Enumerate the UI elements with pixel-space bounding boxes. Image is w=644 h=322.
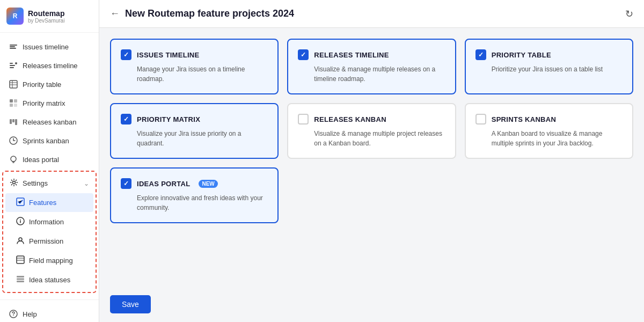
feature-checkbox-releases-timeline[interactable] (298, 49, 309, 60)
refresh-button[interactable]: ↻ (625, 8, 633, 20)
feature-checkbox-priority-table[interactable] (475, 49, 486, 60)
settings-header[interactable]: Settings ⌄ (3, 174, 96, 193)
svg-point-25 (19, 238, 22, 241)
svg-rect-3 (10, 63, 13, 64)
priority-table-icon (9, 79, 18, 89)
settings-header-left: Settings (10, 178, 48, 188)
sidebar-nav: Issues timeline Releases timeline Priori… (0, 33, 99, 299)
feature-card-header: SPRINTS KANBAN (475, 114, 623, 125)
feature-desc: Manage your Jira issues on a timeline ro… (121, 64, 268, 84)
feature-card-header: RELEASES TIMELINE (298, 49, 445, 60)
permission-icon (16, 236, 25, 246)
sidebar-sub-item-label: Idea statuses (29, 276, 70, 284)
save-button[interactable]: Save (110, 295, 151, 313)
sidebar-sub-item-label: Permission (29, 237, 63, 245)
field-mapping-icon (16, 255, 25, 266)
svg-rect-30 (17, 279, 24, 280)
save-section: Save (99, 287, 644, 322)
feature-card-header: ISSUES TIMELINE (121, 49, 268, 60)
sidebar-item-label: Priority table (23, 80, 61, 89)
svg-rect-26 (17, 256, 24, 264)
feature-checkbox-sprints-kanban[interactable] (475, 114, 486, 125)
page-title: New Routemap feature projects 2024 (125, 8, 294, 19)
feature-card-releases-timeline[interactable]: RELEASES TIMELINE Visualize & manage mul… (287, 39, 456, 94)
svg-rect-7 (10, 80, 17, 88)
sidebar-item-information[interactable]: Information (5, 213, 93, 231)
logo-icon: R (6, 8, 24, 25)
feature-card-releases-kanban[interactable]: RELEASES KANBAN Visualize & manage multi… (287, 103, 456, 159)
features-icon (16, 197, 25, 208)
sidebar-item-help[interactable]: Help (2, 305, 97, 322)
sidebar-item-label: Sprints kanban (23, 137, 69, 145)
sprints-icon (9, 136, 18, 145)
feature-title: PRIORITY TABLE (492, 51, 551, 59)
feature-title: RELEASES KANBAN (314, 115, 386, 123)
feature-title: IDEAS PORTAL (137, 180, 190, 188)
svg-rect-12 (14, 99, 17, 103)
svg-rect-0 (10, 45, 17, 46)
sidebar: R Routemap by DevSamurai Issues timeline… (0, 0, 99, 322)
svg-rect-14 (14, 104, 17, 107)
sidebar-item-priority-matrix[interactable]: Priority matrix (2, 94, 97, 112)
svg-rect-2 (10, 48, 16, 49)
new-badge: NEW (199, 180, 217, 188)
sidebar-item-label: Priority matrix (23, 99, 65, 107)
svg-rect-13 (10, 104, 13, 107)
sidebar-item-field-mapping[interactable]: Field mapping (5, 251, 93, 270)
feature-desc: Visualize your Jira issue priority on a … (121, 129, 268, 148)
priority-matrix-icon (9, 98, 18, 108)
sidebar-item-features[interactable]: Features (5, 193, 93, 212)
main-content: ← New Routemap feature projects 2024 ↻ I… (99, 0, 644, 322)
sidebar-item-sprints-kanban[interactable]: Sprints kanban (2, 131, 97, 150)
sidebar-item-releases-kanban[interactable]: Releases kanban (2, 113, 97, 131)
back-button[interactable]: ← (110, 8, 120, 19)
sidebar-bottom: Help (0, 299, 99, 322)
sidebar-item-label: Ideas portal (23, 156, 59, 164)
settings-group: Settings ⌄ Features Information (2, 171, 97, 293)
kanban-icon (9, 117, 18, 127)
svg-rect-17 (15, 119, 17, 125)
feature-card-priority-matrix[interactable]: PRIORITY MATRIX Visualize your Jira issu… (110, 103, 279, 159)
sidebar-item-idea-statuses[interactable]: Idea statuses (5, 270, 93, 289)
settings-label: Settings (23, 179, 48, 187)
ideas-icon (9, 155, 18, 164)
feature-card-header: PRIORITY MATRIX (121, 114, 268, 125)
help-label: Help (23, 310, 37, 318)
svg-rect-16 (12, 119, 14, 122)
svg-point-33 (13, 315, 14, 316)
app-by: by DevSamurai (28, 18, 64, 24)
sidebar-item-ideas-portal[interactable]: Ideas portal (2, 150, 97, 169)
feature-card-ideas-portal[interactable]: IDEAS PORTAL NEW Explore innovative and … (110, 167, 279, 223)
help-icon (9, 309, 18, 319)
gear-icon (10, 178, 18, 188)
feature-desc: Visualize & manage multiple project rele… (298, 129, 445, 148)
timeline-icon (9, 42, 18, 52)
svg-rect-11 (10, 99, 13, 103)
feature-card-header: RELEASES KANBAN (298, 114, 445, 125)
svg-rect-29 (17, 276, 24, 277)
feature-card-priority-table[interactable]: PRIORITY TABLE Prioritize your Jira issu… (465, 39, 633, 94)
feature-checkbox-ideas-portal[interactable] (121, 178, 131, 189)
app-logo: R Routemap by DevSamurai (0, 0, 99, 33)
sidebar-item-releases-timeline[interactable]: Releases timeline (2, 56, 97, 75)
sidebar-item-label: Releases timeline (23, 62, 78, 70)
feature-desc: A Kanban board to visualize & manage mul… (475, 129, 623, 148)
feature-title: PRIORITY MATRIX (137, 115, 200, 123)
feature-title: SPRINTS KANBAN (492, 115, 556, 123)
feature-checkbox-issues-timeline[interactable] (121, 49, 131, 60)
feature-checkbox-priority-matrix[interactable] (121, 114, 131, 125)
feature-checkbox-releases-kanban[interactable] (298, 114, 309, 125)
svg-point-19 (11, 156, 16, 162)
sidebar-item-issues-timeline[interactable]: Issues timeline (2, 38, 97, 56)
svg-point-6 (15, 62, 17, 64)
feature-desc: Prioritize your Jira issues on a table l… (475, 64, 623, 74)
sidebar-item-permission[interactable]: Permission (5, 232, 93, 251)
feature-card-issues-timeline[interactable]: ISSUES TIMELINE Manage your Jira issues … (110, 39, 279, 94)
feature-card-sprints-kanban[interactable]: SPRINTS KANBAN A Kanban board to visuali… (465, 103, 633, 159)
info-icon (16, 217, 25, 227)
idea-statuses-icon (16, 275, 25, 285)
svg-rect-4 (10, 65, 15, 66)
sidebar-item-priority-table[interactable]: Priority table (2, 75, 97, 93)
sidebar-sub-item-label: Features (29, 199, 56, 207)
feature-desc: Visualize & manage multiple releases on … (298, 64, 445, 84)
